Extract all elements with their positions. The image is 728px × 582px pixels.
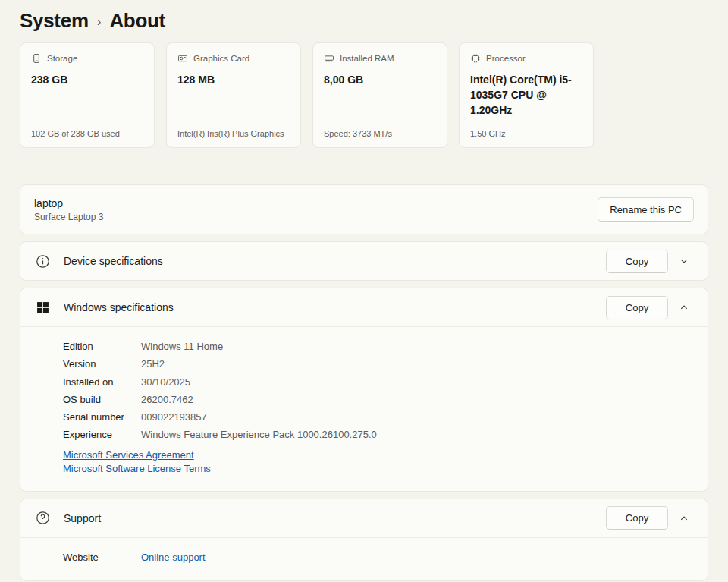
spec-card: ProcessorIntel(R) Core(TM) i5-1035G7 CPU… (459, 42, 594, 148)
spec-row-label: Experience (63, 426, 141, 443)
legal-links: Microsoft Services AgreementMicrosoft So… (63, 448, 694, 477)
question-icon (34, 511, 51, 525)
spec-card-label: Graphics Card (193, 54, 249, 63)
section-body: WebsiteOnline support (20, 537, 708, 580)
spec-row-value: Windows 11 Home (141, 338, 223, 355)
spec-card: Installed RAM8,00 GBSpeed: 3733 MT/s (312, 42, 447, 148)
spec-row-value: 25H2 (141, 355, 165, 373)
spec-cards-row: Storage238 GB102 GB of 238 GB usedGraphi… (20, 42, 708, 148)
spec-card-detail: Speed: 3733 MT/s (324, 129, 441, 138)
breadcrumb-system[interactable]: System (20, 9, 89, 33)
graphics-card-icon (177, 53, 188, 64)
rename-pc-button[interactable]: Rename this PC (598, 197, 694, 222)
storage-icon (31, 53, 42, 64)
spec-card-detail: 102 GB of 238 GB used (31, 129, 148, 138)
chevron-down-icon[interactable] (668, 256, 700, 266)
section-body: EditionWindows 11 HomeVersion25H2Install… (20, 326, 708, 491)
spec-card: Storage238 GB102 GB of 238 GB used (20, 42, 155, 148)
info-icon (34, 254, 51, 269)
device-name-panel: laptop Surface Laptop 3 Rename this PC (20, 184, 708, 234)
section-title: Support (64, 512, 606, 524)
spec-card: Graphics Card128 MBIntel(R) Iris(R) Plus… (166, 42, 301, 148)
copy-button[interactable]: Copy (606, 506, 668, 530)
spec-row: ExperienceWindows Feature Experience Pac… (63, 426, 694, 443)
breadcrumb-about: About (109, 9, 165, 33)
processor-icon (470, 53, 481, 64)
spec-row: Serial number009022193857 (63, 408, 694, 426)
spec-card-value: Intel(R) Core(TM) i5-1035G7 CPU @ 1.20GH… (470, 72, 582, 118)
spec-row-value: 30/10/2025 (141, 373, 190, 391)
spec-card-header: Installed RAM (324, 53, 436, 64)
spec-card-header: Graphics Card (177, 53, 290, 64)
spec-card-header: Processor (470, 53, 582, 64)
windows-icon (34, 301, 51, 314)
spec-row-label: Version (63, 355, 141, 373)
chevron-up-icon[interactable] (668, 514, 700, 523)
spec-card-label: Installed RAM (340, 54, 394, 63)
device-name: laptop (34, 197, 103, 209)
spec-row: WebsiteOnline support (63, 549, 694, 566)
breadcrumb: System › About (20, 5, 708, 36)
ram-icon (324, 53, 334, 64)
section-header-device-specifications[interactable]: Device specificationsCopy (20, 242, 708, 280)
device-name-block: laptop Surface Laptop 3 (34, 197, 103, 222)
legal-link[interactable]: Microsoft Services Agreement (63, 448, 694, 463)
section-header-windows-specifications[interactable]: Windows specificationsCopy (20, 288, 708, 326)
device-model: Surface Laptop 3 (34, 212, 103, 222)
section-windows-specifications: Windows specificationsCopyEditionWindows… (20, 288, 708, 492)
spec-card-label: Storage (47, 54, 77, 63)
spec-row-link[interactable]: Online support (141, 549, 206, 566)
spec-card-value: 238 GB (31, 72, 143, 87)
breadcrumb-separator-icon: › (97, 11, 102, 30)
spec-card-detail: Intel(R) Iris(R) Plus Graphics (177, 129, 294, 138)
spec-row-label: Website (63, 549, 141, 566)
spec-row-value: 26200.7462 (141, 391, 193, 408)
spec-card-label: Processor (486, 54, 526, 63)
spec-row: Installed on30/10/2025 (63, 373, 694, 391)
spec-card-header: Storage (31, 53, 143, 64)
settings-about-page: System › About Storage238 GB102 GB of 23… (0, 0, 728, 582)
spec-row-label: OS build (63, 391, 141, 408)
spec-row: EditionWindows 11 Home (63, 338, 694, 355)
spec-card-value: 8,00 GB (324, 72, 436, 87)
section-device-specifications: Device specificationsCopy (20, 241, 708, 281)
spec-row: OS build26200.7462 (63, 391, 694, 408)
spec-row: Version25H2 (63, 355, 694, 373)
spec-row-label: Edition (63, 338, 141, 355)
copy-button[interactable]: Copy (606, 296, 668, 319)
section-support: SupportCopyWebsiteOnline support (20, 499, 708, 581)
legal-link[interactable]: Microsoft Software License Terms (63, 462, 694, 477)
spec-card-value: 128 MB (177, 72, 290, 87)
spec-card-detail: 1.50 GHz (470, 129, 587, 138)
spec-row-value: Windows Feature Experience Pack 1000.261… (141, 426, 377, 443)
spec-row-label: Installed on (63, 373, 141, 391)
chevron-up-icon[interactable] (668, 303, 700, 312)
copy-button[interactable]: Copy (606, 250, 668, 273)
section-title: Device specifications (64, 255, 606, 267)
spec-row-value: 009022193857 (141, 408, 207, 426)
section-title: Windows specifications (64, 301, 606, 313)
expander-sections: Device specificationsCopyWindows specifi… (20, 241, 708, 581)
section-header-support[interactable]: SupportCopy (20, 499, 708, 537)
spec-row-label: Serial number (63, 408, 141, 426)
